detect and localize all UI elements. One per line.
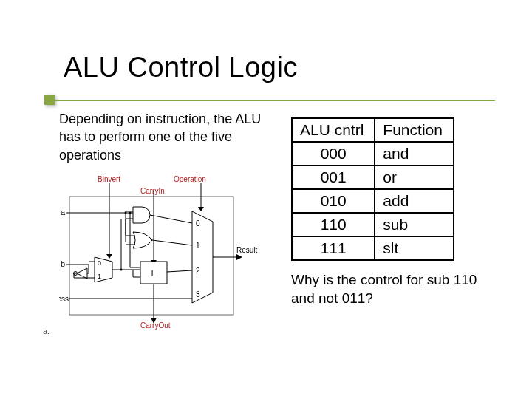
page-title: ALU Control Logic <box>64 52 495 83</box>
title-underline <box>44 100 495 101</box>
svg-marker-5 <box>106 254 112 259</box>
mux-small-1: 1 <box>98 273 101 280</box>
svg-point-37 <box>129 211 132 214</box>
table-row: 110sub <box>292 213 454 236</box>
table-row: 000and <box>292 142 454 166</box>
right-column: ALU cntrl Function 000and 001or 010add 1… <box>288 110 495 330</box>
mux-large-0: 0 <box>196 219 200 228</box>
alu-bit-diagram: a. Binvert Operation CarryIn a b Less <box>59 174 259 330</box>
content-area: Depending on instruction, the ALU has to… <box>59 110 495 330</box>
intro-text: Depending on instruction, the ALU has to… <box>59 110 273 164</box>
alu-table: ALU cntrl Function 000and 001or 010add 1… <box>291 117 454 261</box>
mux-large-1: 1 <box>196 242 200 250</box>
label-binvert: Binvert <box>98 175 120 183</box>
diagram-svg: Binvert Operation CarryIn a b Less <box>59 174 259 330</box>
label-result: Result <box>236 246 258 254</box>
table-row: 111slt <box>292 236 454 260</box>
left-column: Depending on instruction, the ALU has to… <box>59 110 273 330</box>
question-text: Why is the control for sub 110 and not 0… <box>291 271 495 307</box>
svg-marker-7 <box>198 207 204 211</box>
label-input-b: b <box>61 259 65 268</box>
label-carryin: CarryIn <box>140 187 165 195</box>
svg-line-41 <box>167 270 192 272</box>
figure-sublabel: a. <box>43 327 50 335</box>
col-header-fn: Function <box>375 118 454 142</box>
label-carryout: CarryOut <box>140 321 171 330</box>
mux-small-0: 0 <box>98 259 101 267</box>
label-operation: Operation <box>174 175 206 183</box>
mux-large-3: 3 <box>196 290 200 299</box>
label-input-a: a <box>61 208 66 216</box>
adder-symbol: + <box>149 267 155 279</box>
table-row: 001or <box>292 166 454 189</box>
svg-point-30 <box>120 268 123 270</box>
svg-line-39 <box>150 215 192 223</box>
mux-large-2: 2 <box>196 267 200 275</box>
label-input-less: Less <box>59 295 69 303</box>
svg-marker-10 <box>77 268 87 279</box>
col-header-cntrl: ALU cntrl <box>292 118 375 142</box>
svg-line-40 <box>152 240 192 245</box>
svg-marker-43 <box>236 254 242 260</box>
table-header-row: ALU cntrl Function <box>292 118 454 142</box>
slide: ALU Control Logic Depending on instructi… <box>0 0 532 399</box>
table-row: 010add <box>292 189 454 213</box>
